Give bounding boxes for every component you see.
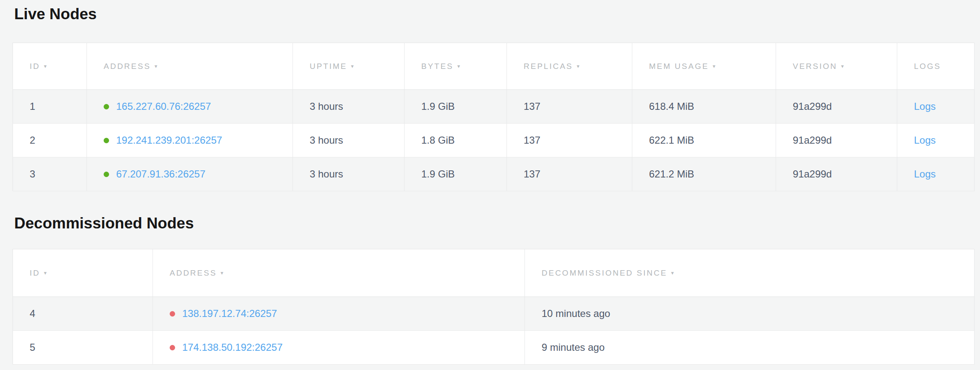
column-header-label: BYTES [421, 62, 453, 71]
cell-replicas: 137 [507, 124, 632, 157]
table-row: 4 138.197.12.74:26257 10 minutes ago [13, 297, 975, 331]
node-logs-link[interactable]: Logs [914, 101, 936, 112]
column-header-replicas[interactable]: REPLICAS▾ [507, 43, 632, 90]
node-address-link[interactable]: 165.227.60.76:26257 [116, 101, 211, 112]
decommissioned-nodes-table: ID▾ ADDRESS▾ DECOMMISSIONED SINCE▾ 4 138… [13, 249, 975, 365]
node-logs-link[interactable]: Logs [914, 168, 936, 180]
live-nodes-table: ID▾ ADDRESS▾ UPTIME▾ BYTES▾ REPLICAS▾ ME… [13, 43, 975, 191]
sort-arrow-icon: ▾ [577, 63, 581, 69]
cell-mem-usage: 621.2 MiB [632, 157, 776, 191]
live-status-dot [104, 172, 109, 177]
cell-decommissioned-since: 9 minutes ago [525, 331, 975, 365]
decommissioned-status-dot [170, 311, 175, 317]
cell-address: 67.207.91.36:26257 [87, 157, 293, 191]
cell-version: 91a299d [776, 157, 897, 191]
column-header-label: ID [30, 62, 40, 71]
cell-node-id: 2 [13, 124, 87, 157]
sort-arrow-icon: ▾ [44, 63, 48, 69]
column-header-logs: LOGS [897, 43, 975, 90]
sort-arrow-icon: ▾ [44, 270, 48, 276]
sort-arrow-icon: ▾ [351, 63, 355, 69]
column-header-id[interactable]: ID▾ [13, 43, 87, 90]
sort-arrow-icon: ▾ [155, 63, 159, 69]
cell-bytes: 1.9 GiB [405, 90, 507, 124]
node-address-link[interactable]: 138.197.12.74:26257 [182, 308, 277, 319]
live-status-dot [104, 104, 109, 109]
cell-uptime: 3 hours [293, 124, 405, 157]
node-address-link[interactable]: 174.138.50.192:26257 [182, 342, 283, 353]
column-header-uptime[interactable]: UPTIME▾ [293, 43, 405, 90]
live-header-row: ID▾ ADDRESS▾ UPTIME▾ BYTES▾ REPLICAS▾ ME… [13, 43, 975, 90]
cell-node-id: 3 [13, 157, 87, 191]
sort-arrow-icon: ▾ [457, 63, 461, 69]
table-row: 3 67.207.91.36:26257 3 hours 1.9 GiB 137… [13, 157, 975, 191]
column-header-label: UPTIME [310, 62, 347, 71]
decommissioned-nodes-title: Decommissioned Nodes [14, 214, 980, 233]
cell-version: 91a299d [776, 124, 897, 157]
column-header-label: MEM USAGE [649, 62, 709, 71]
cell-node-id: 1 [13, 90, 87, 124]
column-header-bytes[interactable]: BYTES▾ [405, 43, 507, 90]
cell-address: 165.227.60.76:26257 [87, 90, 293, 124]
decommissioned-header-row: ID▾ ADDRESS▾ DECOMMISSIONED SINCE▾ [13, 249, 975, 297]
decommissioned-status-dot [170, 345, 175, 350]
column-header-label: DECOMMISSIONED SINCE [542, 269, 667, 277]
cell-decommissioned-since: 10 minutes ago [525, 297, 975, 331]
column-header-label: LOGS [914, 62, 941, 71]
live-status-dot [104, 138, 109, 143]
cell-replicas: 137 [507, 157, 632, 191]
cell-version: 91a299d [776, 90, 897, 124]
node-address-link[interactable]: 67.207.91.36:26257 [116, 168, 206, 180]
column-header-label: ADDRESS [104, 62, 151, 71]
cell-uptime: 3 hours [293, 90, 405, 124]
column-header-version[interactable]: VERSION▾ [776, 43, 897, 90]
cell-bytes: 1.8 GiB [405, 124, 507, 157]
cell-node-id: 5 [13, 331, 153, 365]
live-nodes-title: Live Nodes [14, 5, 980, 23]
sort-arrow-icon: ▾ [221, 270, 225, 276]
cell-replicas: 137 [507, 90, 632, 124]
cell-logs: Logs [897, 124, 975, 157]
cell-node-id: 4 [13, 297, 153, 331]
column-header-label: ADDRESS [170, 269, 217, 277]
sort-arrow-icon: ▾ [713, 63, 717, 69]
column-header-address[interactable]: ADDRESS▾ [87, 43, 293, 90]
node-logs-link[interactable]: Logs [914, 134, 936, 146]
table-row: 2 192.241.239.201:26257 3 hours 1.8 GiB … [13, 124, 975, 157]
cell-address: 138.197.12.74:26257 [153, 297, 525, 331]
cell-address: 192.241.239.201:26257 [87, 124, 293, 157]
column-header-label: VERSION [793, 62, 837, 71]
column-header-label: ID [30, 269, 40, 277]
cell-uptime: 3 hours [293, 157, 405, 191]
column-header-decommissioned-since[interactable]: DECOMMISSIONED SINCE▾ [525, 249, 975, 297]
sort-arrow-icon: ▾ [671, 270, 675, 276]
cell-mem-usage: 622.1 MiB [632, 124, 776, 157]
table-row: 5 174.138.50.192:26257 9 minutes ago [13, 331, 975, 365]
column-header-mem-usage[interactable]: MEM USAGE▾ [632, 43, 776, 90]
cell-logs: Logs [897, 90, 975, 124]
cell-mem-usage: 618.4 MiB [632, 90, 776, 124]
nodes-page: Live Nodes ID▾ ADDRESS▾ UPTIME▾ BYTES▾ R… [0, 0, 980, 365]
cell-address: 174.138.50.192:26257 [153, 331, 525, 365]
column-header-id[interactable]: ID▾ [13, 249, 153, 297]
table-row: 1 165.227.60.76:26257 3 hours 1.9 GiB 13… [13, 90, 975, 124]
cell-bytes: 1.9 GiB [405, 157, 507, 191]
sort-arrow-icon: ▾ [841, 63, 845, 69]
column-header-address[interactable]: ADDRESS▾ [153, 249, 525, 297]
column-header-label: REPLICAS [524, 62, 573, 71]
cell-logs: Logs [897, 157, 975, 191]
node-address-link[interactable]: 192.241.239.201:26257 [116, 134, 222, 146]
